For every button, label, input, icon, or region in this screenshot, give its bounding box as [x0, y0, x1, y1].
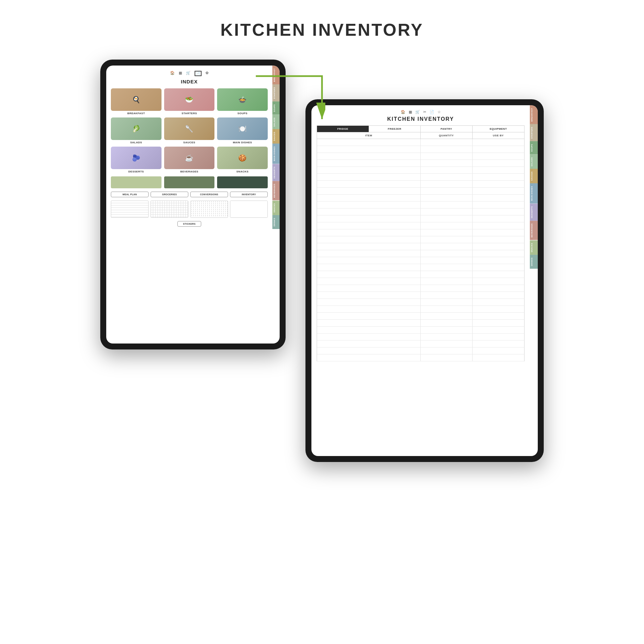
quantity-cell[interactable]: [421, 167, 473, 173]
r-tab-salads[interactable]: SALADS: [530, 155, 538, 169]
item-cell[interactable]: [317, 354, 421, 361]
quantity-cell[interactable]: [421, 347, 473, 354]
item-cell[interactable]: [317, 222, 421, 229]
useby-cell[interactable]: [473, 188, 525, 194]
useby-cell[interactable]: [473, 229, 525, 236]
r-tab-drinks[interactable]: DRINKS: [530, 255, 538, 269]
r-doc-icon[interactable]: 📄: [430, 110, 434, 114]
r-tab-breakfast[interactable]: BREAKFAST: [530, 105, 538, 124]
item-cell[interactable]: [317, 146, 421, 153]
useby-cell[interactable]: [473, 208, 525, 215]
useby-cell[interactable]: [473, 334, 525, 340]
dot-paper[interactable]: [190, 201, 228, 218]
stickers-button[interactable]: STICKERS: [177, 221, 201, 227]
item-cell[interactable]: [317, 250, 421, 257]
tab-equipment[interactable]: EQUIPMENT: [473, 126, 525, 132]
r-cart-icon[interactable]: 🛒: [415, 110, 420, 114]
item-cell[interactable]: [317, 271, 421, 278]
item-cell[interactable]: [317, 202, 421, 208]
item-cell[interactable]: [317, 174, 421, 180]
quantity-cell[interactable]: [421, 243, 473, 250]
quantity-cell[interactable]: [421, 299, 473, 305]
item-cell[interactable]: [317, 334, 421, 340]
color-block-2[interactable]: [164, 176, 215, 188]
quantity-cell[interactable]: [421, 222, 473, 229]
quantity-cell[interactable]: [421, 146, 473, 153]
quantity-cell[interactable]: [421, 153, 473, 160]
groceries-button[interactable]: GROCERIES: [151, 192, 188, 197]
quantity-cell[interactable]: [421, 320, 473, 326]
item-cell[interactable]: [317, 208, 421, 215]
quantity-cell[interactable]: [421, 292, 473, 299]
item-cell[interactable]: [317, 153, 421, 160]
useby-cell[interactable]: [473, 306, 525, 312]
useby-cell[interactable]: [473, 292, 525, 299]
quantity-cell[interactable]: [421, 354, 473, 361]
useby-cell[interactable]: [473, 354, 525, 361]
useby-cell[interactable]: [473, 195, 525, 201]
useby-cell[interactable]: [473, 320, 525, 326]
quantity-cell[interactable]: [421, 195, 473, 201]
useby-cell[interactable]: [473, 139, 525, 146]
item-cell[interactable]: [317, 285, 421, 292]
tab-main-dishes[interactable]: MAIN DISHES: [272, 144, 280, 164]
tab-fridge[interactable]: FRIDGE: [317, 126, 369, 132]
r-home-icon[interactable]: 🏠: [401, 110, 405, 114]
quantity-cell[interactable]: [421, 334, 473, 340]
item-cell[interactable]: [317, 167, 421, 173]
conversions-button[interactable]: CONVERSIONS: [190, 192, 228, 197]
item-cell[interactable]: [317, 195, 421, 201]
color-block-3[interactable]: [217, 176, 268, 188]
useby-cell[interactable]: [473, 243, 525, 250]
useby-cell[interactable]: [473, 257, 525, 264]
tab-snacks[interactable]: SNACKS: [272, 201, 280, 215]
useby-cell[interactable]: [473, 146, 525, 153]
item-cell[interactable]: [317, 299, 421, 305]
food-item-starters[interactable]: 🥗 STARTERS: [164, 88, 215, 115]
item-cell[interactable]: [317, 341, 421, 347]
useby-cell[interactable]: [473, 327, 525, 333]
r-star-icon[interactable]: ☆: [437, 110, 441, 114]
useby-cell[interactable]: [473, 285, 525, 292]
quantity-cell[interactable]: [421, 285, 473, 292]
grid-icon[interactable]: ▦: [179, 71, 182, 76]
item-cell[interactable]: [317, 306, 421, 312]
item-cell[interactable]: [317, 292, 421, 299]
item-cell[interactable]: [317, 264, 421, 271]
r-tab-snacks[interactable]: SNACKS: [530, 240, 538, 255]
inventory-nav-button[interactable]: INVENTORY: [230, 192, 268, 197]
useby-cell[interactable]: [473, 222, 525, 229]
r-tab-starters[interactable]: STARTERS: [530, 124, 538, 141]
quantity-cell[interactable]: [421, 341, 473, 347]
useby-cell[interactable]: [473, 236, 525, 243]
quantity-cell[interactable]: [421, 188, 473, 194]
useby-cell[interactable]: [473, 181, 525, 187]
item-cell[interactable]: [317, 347, 421, 354]
item-cell[interactable]: [317, 160, 421, 166]
item-cell[interactable]: [317, 236, 421, 243]
useby-cell[interactable]: [473, 202, 525, 208]
useby-cell[interactable]: [473, 160, 525, 166]
r-tab-main-dishes[interactable]: MAIN DISHES: [530, 183, 538, 204]
item-cell[interactable]: [317, 139, 421, 146]
tab-drinks[interactable]: DRINKS: [272, 215, 280, 229]
quantity-cell[interactable]: [421, 139, 473, 146]
tab-sauces[interactable]: SAUCES: [272, 129, 280, 144]
item-cell[interactable]: [317, 229, 421, 236]
useby-cell[interactable]: [473, 347, 525, 354]
useby-cell[interactable]: [473, 341, 525, 347]
useby-cell[interactable]: [473, 215, 525, 222]
quantity-cell[interactable]: [421, 236, 473, 243]
quantity-cell[interactable]: [421, 313, 473, 319]
food-item-sauces[interactable]: 🥄 SAUCES: [164, 117, 215, 144]
quantity-cell[interactable]: [421, 278, 473, 285]
r-tab-soups[interactable]: SOUPS: [530, 141, 538, 155]
r-grid-icon[interactable]: ▦: [409, 110, 412, 114]
food-item-desserts[interactable]: 🫐 DESSERTS: [111, 147, 161, 173]
item-cell[interactable]: [317, 313, 421, 319]
r-scissors-icon[interactable]: ✂: [423, 110, 426, 114]
quantity-cell[interactable]: [421, 215, 473, 222]
meal-plan-button[interactable]: MEAL PLAN: [111, 192, 149, 197]
quantity-cell[interactable]: [421, 257, 473, 264]
item-cell[interactable]: [317, 188, 421, 194]
